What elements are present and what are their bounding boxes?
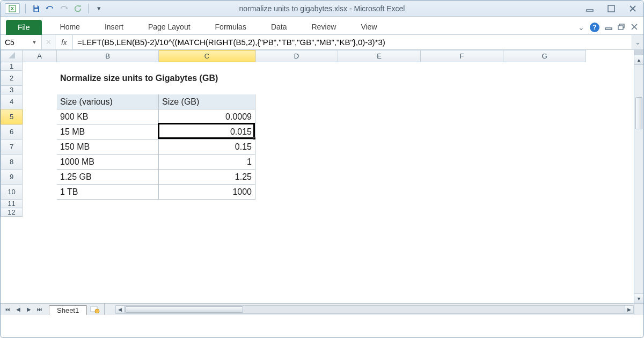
table-row[interactable]: 1: [159, 155, 255, 170]
quick-access-toolbar: ▾: [23, 3, 105, 14]
col-header-e[interactable]: E: [338, 50, 421, 62]
table-row[interactable]: 0.015: [159, 124, 255, 139]
scroll-up-icon[interactable]: ▲: [634, 55, 643, 65]
col-header-g[interactable]: G: [503, 50, 586, 62]
window-title: normalize units to gigabytes.xlsx - Micr…: [239, 4, 405, 13]
table-row[interactable]: 0.0009: [159, 109, 255, 124]
title-bar: X ▾ normalize units to gigabytes.xlsx - …: [1, 1, 643, 17]
tab-view[interactable]: View: [351, 19, 386, 34]
wb-restore-icon[interactable]: [618, 24, 625, 32]
redo-icon[interactable]: [58, 3, 70, 14]
cancel-formula-icon[interactable]: ✕: [42, 35, 56, 49]
help-icon[interactable]: ?: [590, 23, 599, 32]
svg-rect-2: [34, 5, 37, 8]
row-header-8[interactable]: 8: [1, 155, 23, 170]
col-header-c[interactable]: C: [159, 50, 255, 62]
worksheet-area[interactable]: A B C D E F G 1 2 Normalize size units t…: [1, 50, 643, 315]
row-header-4[interactable]: 4: [1, 94, 23, 109]
table-row[interactable]: 1000 MB: [57, 155, 159, 170]
ribbon: File Home Insert Page Layout Formulas Da…: [1, 17, 643, 35]
tab-home[interactable]: Home: [50, 19, 90, 34]
row-header-1[interactable]: 1: [1, 62, 23, 71]
wb-minimize-icon[interactable]: [605, 24, 612, 32]
select-all-corner[interactable]: [1, 50, 23, 62]
table-row[interactable]: 150 MB: [57, 139, 159, 155]
col-header-a[interactable]: A: [23, 50, 57, 62]
tab-formulas[interactable]: Formulas: [206, 19, 256, 34]
table-row[interactable]: 1.25 GB: [57, 170, 159, 185]
table-row[interactable]: 0.15: [159, 139, 255, 155]
table-row[interactable]: 900 KB: [57, 109, 159, 124]
row-header-11[interactable]: 11: [1, 200, 23, 208]
row-header-7[interactable]: 7: [1, 139, 23, 155]
scroll-left-icon[interactable]: ◀: [116, 306, 125, 313]
tab-data[interactable]: Data: [261, 19, 297, 34]
refresh-icon[interactable]: [72, 3, 84, 14]
scroll-down-icon[interactable]: ▼: [634, 293, 643, 303]
name-box[interactable]: [3, 37, 30, 48]
scroll-right-icon[interactable]: ▶: [625, 306, 633, 313]
row-header-6[interactable]: 6: [1, 124, 23, 139]
table-header-size-various[interactable]: Size (various): [57, 94, 159, 109]
close-button[interactable]: [626, 4, 639, 13]
tab-page-layout[interactable]: Page Layout: [138, 19, 200, 34]
row-header-10[interactable]: 10: [1, 185, 23, 200]
maximize-button[interactable]: [605, 4, 618, 13]
formula-input[interactable]: [73, 35, 632, 49]
vertical-split-handle[interactable]: [634, 50, 643, 55]
tab-insert[interactable]: Insert: [95, 19, 133, 34]
row-header-2[interactable]: 2: [1, 71, 23, 86]
name-box-dropdown-icon[interactable]: ▼: [30, 39, 39, 45]
tab-review[interactable]: Review: [302, 19, 346, 34]
tab-nav-last-icon[interactable]: ⏭: [35, 305, 45, 314]
row-header-9[interactable]: 9: [1, 170, 23, 185]
svg-text:X: X: [11, 6, 14, 11]
svg-rect-6: [605, 28, 612, 30]
file-tab[interactable]: File: [6, 20, 42, 35]
formula-bar: ▼ ✕ fx ⌄: [1, 35, 643, 50]
row-header-3[interactable]: 3: [1, 86, 23, 94]
table-header-size-gb[interactable]: Size (GB): [159, 94, 255, 109]
expand-formula-bar-icon[interactable]: ⌄: [632, 35, 643, 49]
table-row[interactable]: 1 TB: [57, 185, 159, 200]
undo-icon[interactable]: [44, 3, 56, 14]
col-header-f[interactable]: F: [421, 50, 503, 62]
wb-close-icon[interactable]: [631, 24, 638, 32]
row-header-5[interactable]: 5: [1, 109, 23, 124]
spreadsheet-grid[interactable]: A B C D E F G 1 2 Normalize size units t…: [1, 50, 586, 217]
vertical-scroll-thumb[interactable]: [635, 97, 642, 129]
table-row[interactable]: 1000: [159, 185, 255, 200]
fx-label[interactable]: fx: [56, 35, 73, 49]
customize-qat-dropdown-icon[interactable]: ▾: [93, 3, 105, 14]
horizontal-scrollbar[interactable]: ◀ ▶: [115, 305, 634, 314]
sheet-tab-bar: ⏮ ◀ ▶ ⏭ Sheet1 ◀ ▶: [1, 303, 643, 315]
svg-rect-3: [34, 9, 38, 11]
save-icon[interactable]: [30, 3, 42, 14]
sheet-tab-sheet1[interactable]: Sheet1: [49, 305, 87, 315]
tab-nav-prev-icon[interactable]: ◀: [13, 305, 23, 314]
minimize-button[interactable]: [583, 4, 596, 13]
tab-nav-next-icon[interactable]: ▶: [24, 305, 34, 314]
ribbon-min-arrow-icon[interactable]: ⌄: [578, 23, 584, 32]
horizontal-scroll-thumb[interactable]: [125, 306, 243, 313]
content-title[interactable]: Normalize size units to Gigabytes (GB): [57, 71, 421, 86]
table-row[interactable]: 15 MB: [57, 124, 159, 139]
col-header-d[interactable]: D: [255, 50, 338, 62]
svg-rect-4: [587, 10, 593, 11]
table-row[interactable]: 1.25: [159, 170, 255, 185]
new-sheet-icon[interactable]: [89, 305, 101, 314]
col-header-b[interactable]: B: [57, 50, 159, 62]
vertical-scrollbar[interactable]: ▲ ▼: [634, 50, 643, 303]
row-header-12[interactable]: 12: [1, 208, 23, 217]
excel-app-icon[interactable]: X: [5, 3, 20, 14]
svg-rect-8: [618, 26, 623, 30]
svg-point-10: [95, 309, 99, 313]
tab-nav-first-icon[interactable]: ⏮: [3, 305, 12, 314]
svg-rect-5: [608, 5, 614, 12]
